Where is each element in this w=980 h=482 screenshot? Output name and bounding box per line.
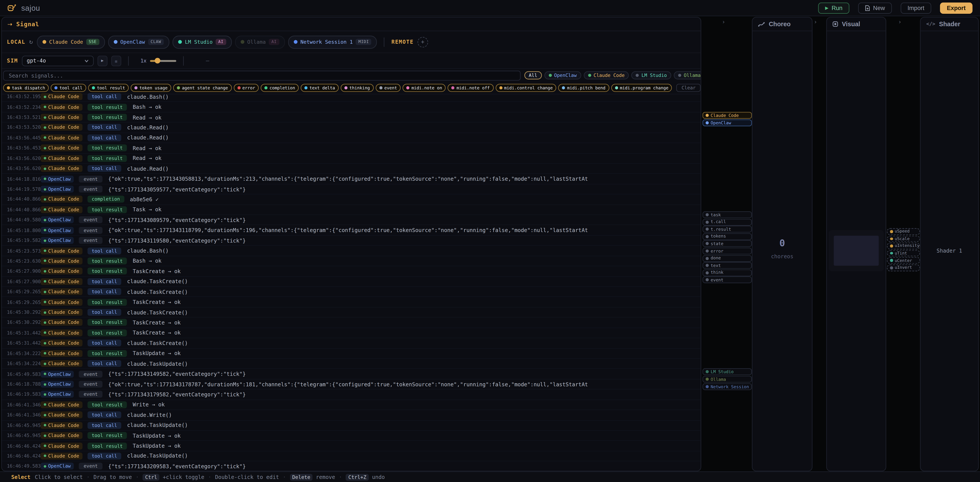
log-row[interactable]: 16:45:49.583 OpenClaw event {"ts":177134… [2,369,701,379]
uniform-node-uscale[interactable]: uScale [887,235,920,242]
log-row[interactable]: 16:46:49.583 OpenClaw event {"ts":177134… [2,461,701,470]
connection-chip-openclaw[interactable]: OpenClaw CLAW [108,35,169,49]
shader-list-item[interactable]: Shader 1 [921,248,978,254]
log-row[interactable]: 16:45:29.265 Claude Code tool call claud… [2,287,701,297]
log-row[interactable]: 16:45:30.292 Claude Code tool result Tas… [2,318,701,328]
source-filter-lm-studio[interactable]: LM Studio [632,71,671,79]
type-filter-agent-state-change[interactable]: agent state change [173,84,232,92]
connection-chip-claude-code[interactable]: Claude Code SSE [37,35,105,49]
log-row[interactable]: 16:46:46.424 Claude Code tool call claud… [2,451,701,461]
node-event[interactable]: event [702,277,752,283]
uniform-node-uintensity[interactable]: uIntensity [887,243,920,249]
log-row[interactable]: 16:45:19.582 OpenClaw event {"ts":177134… [2,235,701,246]
node-tokens[interactable]: tokens [702,233,752,240]
type-filter-tool-result[interactable]: tool result [88,84,129,92]
log-row[interactable]: 16:46:45.945 Claude Code tool result Tas… [2,431,701,441]
log-row[interactable]: 16:46:18.788 OpenClaw event {"ok":true,"… [2,379,701,390]
log-row[interactable]: 16:46:41.346 Claude Code tool result Wri… [2,400,701,410]
log-row[interactable]: 16:43:56.445 Claude Code tool call claud… [2,133,701,143]
log-row[interactable]: 16:43:52.195 Claude Code tool call claud… [2,92,701,102]
type-filter-thinking[interactable]: thinking [341,84,374,92]
connection-chip-ollama[interactable]: Ollama AI [235,35,285,49]
log-row[interactable]: 16:43:56.620 Claude Code tool call claud… [2,164,701,174]
type-filter-midi-note-off[interactable]: midi.note off [448,84,493,92]
node-network-session-1[interactable]: Network Session 1 [702,383,752,390]
node-think[interactable]: think [702,269,752,276]
node-ollama[interactable]: Ollama [702,376,752,383]
search-input[interactable] [3,70,520,80]
log-row[interactable]: 16:44:19.578 OpenClaw event {"ts":177134… [2,185,701,195]
slider-knob[interactable] [155,58,161,64]
sim-play-button[interactable]: ▶ [97,55,107,66]
import-button[interactable]: Import [900,2,931,14]
source-filter-ollama[interactable]: Ollama [674,71,702,79]
run-button[interactable]: ▶ Run [818,2,849,14]
log-row[interactable]: 16:46:45.945 Claude Code tool call claud… [2,420,701,431]
connection-chip-network-session-1[interactable]: Network Session 1 MIDI [288,35,377,49]
type-filter-task-dispatch[interactable]: task dispatch [3,84,49,92]
log-row[interactable]: 16:45:27.900 Claude Code tool call claud… [2,277,701,287]
node-claude-code[interactable]: Claude Code [702,112,752,119]
log-row[interactable]: 16:45:27.900 Claude Code tool result Tas… [2,266,701,277]
connection-chip-lm-studio[interactable]: LM Studio AI [172,35,232,49]
type-filter-token-usage[interactable]: token usage [131,84,171,92]
sim-model-select[interactable]: gpt-4o [22,55,94,66]
node-task[interactable]: task [702,211,752,218]
export-button[interactable]: Export [940,2,972,14]
log-row[interactable]: 16:43:53.520 Claude Code tool call claud… [2,123,701,133]
uniform-node-uinvert[interactable]: uInvert [887,264,920,271]
log-row[interactable]: 16:44:18.816 OpenClaw event {"ok":true,"… [2,174,701,185]
log-row[interactable]: 16:46:19.583 OpenClaw event {"ts":177134… [2,390,701,400]
log-row[interactable]: 16:44:40.866 Claude Code completion ab8e… [2,194,701,205]
node-text[interactable]: text [702,262,752,269]
log-row[interactable]: 16:43:56.620 Claude Code tool result Rea… [2,154,701,164]
log-row[interactable]: 16:45:18.800 OpenClaw event {"ok":true,"… [2,225,701,235]
log-row[interactable]: 16:45:31.442 Claude Code tool call claud… [2,338,701,348]
log-row[interactable]: 16:45:31.442 Claude Code tool result Tas… [2,328,701,338]
type-filter-event[interactable]: event [375,84,401,92]
chevron-right-icon[interactable]: › [722,19,725,25]
log-row[interactable]: 16:45:23.573 Claude Code tool call claud… [2,246,701,256]
type-filter-midi-pitch-bend[interactable]: midi.pitch bend [558,84,609,92]
type-filter-midi-control-change[interactable]: midi.control change [495,84,557,92]
uniform-node-uspeed[interactable]: uSpeed [887,228,920,235]
chevron-right-icon[interactable]: › [815,19,816,25]
node-done[interactable]: done [702,255,752,261]
workspace-canvas[interactable]: ⇢ Signal LOCAL ↻ Claude Code SSE OpenCla… [0,16,980,472]
sim-stop-button[interactable]: ■ [111,55,121,66]
log-row[interactable]: 16:45:30.292 Claude Code tool call claud… [2,307,701,318]
sim-speed-slider[interactable] [150,60,177,62]
chevron-right-icon[interactable]: › [899,19,901,25]
source-filter-openclaw[interactable]: OpenClaw [544,71,581,79]
type-filter-tool-call[interactable]: tool call [51,84,86,92]
log-row[interactable]: 16:44:49.580 OpenClaw event {"ts":177134… [2,215,701,225]
uniform-node-utint[interactable]: uTint [887,250,920,256]
node-state[interactable]: state [702,240,752,247]
log-row[interactable]: 16:45:34.224 Claude Code tool call claud… [2,359,701,369]
node-lm-studio[interactable]: LM Studio [702,368,752,375]
node-t-call[interactable]: t.call [702,218,752,225]
source-filter-all[interactable]: All [524,71,542,79]
node-error[interactable]: error [702,248,752,255]
new-button[interactable]: New [858,2,892,14]
clear-filters-button[interactable]: Clear [677,84,701,92]
type-filter-error[interactable]: error [234,84,259,92]
refresh-icon[interactable]: ↻ [29,39,33,45]
type-filter-completion[interactable]: completion [261,84,299,92]
log-row[interactable]: 16:46:41.346 Claude Code tool call claud… [2,410,701,420]
node-t-result[interactable]: t.result [702,226,752,232]
type-filter-midi-program-change[interactable]: midi.program change [611,84,672,92]
type-filter-text-delta[interactable]: text delta [301,84,339,92]
source-filter-claude-code[interactable]: Claude Code [584,71,629,79]
log-row[interactable]: 16:46:46.424 Claude Code tool result Tas… [2,441,701,451]
uniform-node-ucenter[interactable]: uCenter [887,257,920,264]
type-filter-midi-note-on[interactable]: midi.note on [402,84,446,92]
log-row[interactable]: 16:43:53.521 Claude Code tool result Rea… [2,113,701,123]
log-row[interactable]: 16:45:23.630 Claude Code tool result Bas… [2,256,701,266]
log-row[interactable]: 16:43:52.234 Claude Code tool result Bas… [2,102,701,113]
log-row[interactable]: 16:44:40.866 Claude Code tool result Tas… [2,205,701,215]
add-remote-connection-button[interactable]: + [417,37,428,47]
log-row[interactable]: 16:45:29.265 Claude Code tool result Tas… [2,297,701,307]
log-row[interactable]: 16:45:34.222 Claude Code tool result Tas… [2,348,701,359]
log-row[interactable]: 16:43:56.453 Claude Code tool result Rea… [2,143,701,154]
